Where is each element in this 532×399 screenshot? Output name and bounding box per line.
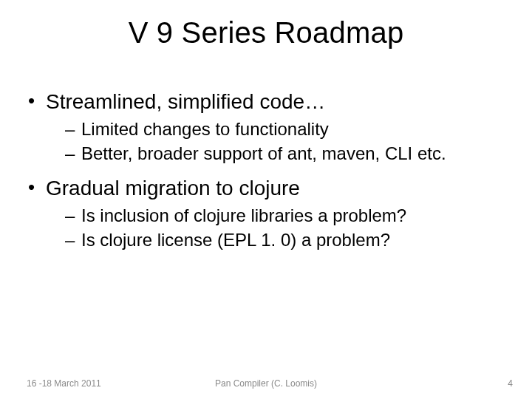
slide-body: Streamlined, simplified code… Limited ch… — [27, 89, 505, 262]
footer-page-number: 4 — [508, 378, 513, 389]
footer-author: Pan Compiler (C. Loomis) — [0, 378, 532, 389]
bullet-level2: Is clojure license (EPL 1. 0) a problem? — [27, 229, 505, 252]
bullet-level2: Is inclusion of clojure libraries a prob… — [27, 205, 505, 228]
bullet-level1: Gradual migration to clojure — [27, 175, 505, 202]
bullet-level1: Streamlined, simplified code… — [27, 89, 505, 115]
bullet-level2: Better, broader support of ant, maven, C… — [27, 143, 505, 166]
bullet-subgroup: Is inclusion of clojure libraries a prob… — [27, 205, 505, 251]
slide: V 9 Series Roadmap Streamlined, simplifi… — [0, 0, 532, 399]
slide-title: V 9 Series Roadmap — [0, 16, 532, 50]
bullet-level2: Limited changes to functionality — [27, 118, 505, 141]
bullet-subgroup: Limited changes to functionality Better,… — [27, 118, 505, 165]
slide-footer: 16 -18 March 2011 Pan Compiler (C. Loomi… — [0, 374, 532, 389]
